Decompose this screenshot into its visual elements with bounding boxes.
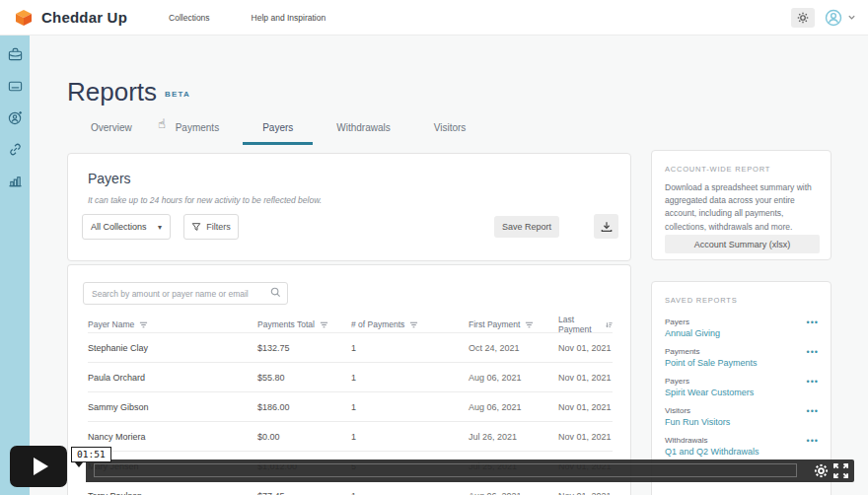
avatar-icon	[825, 9, 842, 27]
saved-report-type: Payers	[665, 377, 821, 386]
ellipsis-menu-icon[interactable]: •••	[807, 377, 819, 387]
cell-payer-name: Paula Orchard	[88, 373, 257, 383]
search-input[interactable]	[83, 282, 288, 305]
saved-report-link[interactable]: Spirit Wear Customers	[665, 388, 821, 397]
ellipsis-menu-icon[interactable]: •••	[807, 436, 819, 446]
cell-first: Aug 06, 2021	[469, 402, 558, 412]
ellipsis-menu-icon[interactable]: •••	[807, 347, 819, 357]
cell-total: $77.45	[257, 491, 351, 495]
cell-last: Nov 01, 2021	[558, 432, 613, 442]
brand-logo[interactable]: Cheddar Up	[14, 8, 127, 28]
left-sidebar	[0, 35, 30, 495]
save-report-button[interactable]: Save Report	[494, 216, 559, 238]
funnel-icon	[191, 222, 201, 232]
download-icon	[601, 221, 613, 233]
cell-first: Aug 06, 2021	[469, 373, 558, 383]
account-summary-button[interactable]: Account Summary (xlsx)	[665, 235, 820, 253]
person-add-icon	[8, 110, 23, 125]
player-settings-icon[interactable]	[814, 463, 829, 478]
brand-name: Cheddar Up	[41, 9, 127, 26]
sidebar-item-links[interactable]	[7, 141, 23, 157]
tab-visitors[interactable]: Visitors	[434, 122, 467, 145]
panel-title: Payers	[88, 171, 131, 186]
table-header-row: Payer Name Payments Total # of Payments …	[88, 315, 613, 332]
nav-link-collections[interactable]: Collections	[169, 13, 210, 23]
account-menu[interactable]	[825, 9, 856, 27]
tab-payments[interactable]: Payments	[176, 122, 219, 145]
download-report-button[interactable]	[594, 214, 618, 239]
report-tabs: Overview Payments Payers Withdrawals Vis…	[91, 122, 509, 145]
sidebar-item-payments[interactable]	[7, 78, 23, 94]
column-header-last-payment[interactable]: Last Payment	[558, 315, 613, 334]
fullscreen-icon[interactable]	[833, 463, 848, 478]
play-button[interactable]	[10, 446, 67, 487]
filters-button[interactable]: Filters	[183, 214, 239, 240]
search-icon	[270, 287, 281, 298]
saved-report-link[interactable]: Annual Giving	[665, 328, 821, 338]
cell-payer-name: Nancy Moriera	[88, 432, 257, 442]
cell-count: 1	[351, 491, 469, 495]
cell-total: $186.00	[257, 402, 351, 412]
cell-last: Nov 01, 2021	[558, 343, 613, 353]
saved-report-item: Payments Point of Sale Payments •••	[665, 347, 821, 377]
cursor-pointer-icon: ☝	[158, 116, 166, 131]
playhead-marker[interactable]	[84, 460, 86, 482]
saved-report-link[interactable]: Fun Run Visitors	[665, 417, 821, 427]
page-title: ReportsBETA	[67, 77, 190, 107]
panel-note: It can take up to 24 hours for new activ…	[88, 195, 322, 205]
collections-select[interactable]: All Collections ▾	[82, 214, 171, 240]
cell-payer-name: Sammy Gibson	[88, 402, 257, 412]
filters-label: Filters	[206, 222, 231, 232]
settings-button[interactable]	[791, 8, 815, 28]
card-icon	[8, 79, 23, 94]
sort-desc-icon	[606, 320, 613, 329]
saved-report-type: Payments	[665, 347, 821, 356]
column-header-payments-total[interactable]: Payments Total	[257, 319, 351, 329]
filter-icon	[525, 320, 534, 329]
column-header-payer-name[interactable]: Payer Name	[88, 319, 257, 329]
cell-count: 1	[351, 343, 469, 353]
account-wide-report-card: ACCOUNT-WIDE REPORT Download a spreadshe…	[651, 150, 832, 260]
cell-last: Nov 01, 2021	[558, 373, 613, 383]
beta-badge: BETA	[165, 90, 190, 99]
cell-total: $132.75	[257, 343, 351, 353]
timestamp-tooltip: 01:51	[71, 447, 111, 462]
table-row: Sammy Gibson $186.00 1 Aug 06, 2021 Nov …	[88, 391, 613, 421]
table-row: Paula Orchard $55.80 1 Aug 06, 2021 Nov …	[88, 362, 613, 391]
saved-report-link[interactable]: Point of Sale Payments	[665, 358, 821, 368]
seek-bar[interactable]	[94, 463, 797, 477]
column-header-num-payments[interactable]: # of Payments	[351, 319, 469, 329]
cell-total: $55.80	[257, 373, 351, 383]
saved-report-type: Withdrawals	[665, 436, 821, 445]
account-report-header: ACCOUNT-WIDE REPORT	[665, 165, 770, 174]
ellipsis-menu-icon[interactable]: •••	[807, 318, 819, 327]
saved-report-type: Visitors	[665, 406, 821, 415]
nav-link-help[interactable]: Help and Inspiration	[252, 13, 326, 23]
tab-overview[interactable]: Overview	[91, 122, 132, 145]
cell-count: 1	[351, 373, 469, 383]
saved-report-item: Payers Annual Giving •••	[665, 318, 821, 347]
bar-chart-icon	[8, 174, 23, 188]
cell-payer-name: Terry Paulson	[88, 491, 257, 495]
saved-report-type: Payers	[665, 318, 821, 326]
saved-report-item: Visitors Fun Run Visitors •••	[665, 406, 821, 436]
sidebar-item-managers[interactable]	[7, 109, 23, 125]
payers-panel: Payers It can take up to 24 hours for ne…	[67, 153, 631, 261]
sidebar-item-reports[interactable]	[7, 173, 23, 188]
chevron-down-icon	[847, 13, 856, 22]
saved-report-link[interactable]: Q1 and Q2 Withdrawals	[665, 447, 821, 457]
briefcase-icon	[8, 47, 23, 62]
caret-down-icon: ▾	[158, 223, 162, 232]
tooltip-pointer	[75, 462, 83, 467]
tab-withdrawals[interactable]: Withdrawals	[336, 122, 390, 145]
video-progress-bar[interactable]	[84, 460, 854, 482]
table-row: Terry Paulson $77.45 1 Aug 06, 2021 Nov …	[88, 480, 613, 495]
tab-payers[interactable]: Payers	[262, 122, 293, 145]
saved-reports-header: SAVED REPORTS	[665, 296, 737, 305]
saved-report-item: Payers Spirit Wear Customers •••	[665, 377, 821, 406]
ellipsis-menu-icon[interactable]: •••	[807, 406, 819, 416]
column-header-first-payment[interactable]: First Payment	[469, 319, 558, 329]
cell-first: Oct 24, 2021	[469, 343, 558, 353]
sidebar-item-collections[interactable]	[7, 46, 23, 62]
cell-total: $0.00	[257, 432, 351, 442]
